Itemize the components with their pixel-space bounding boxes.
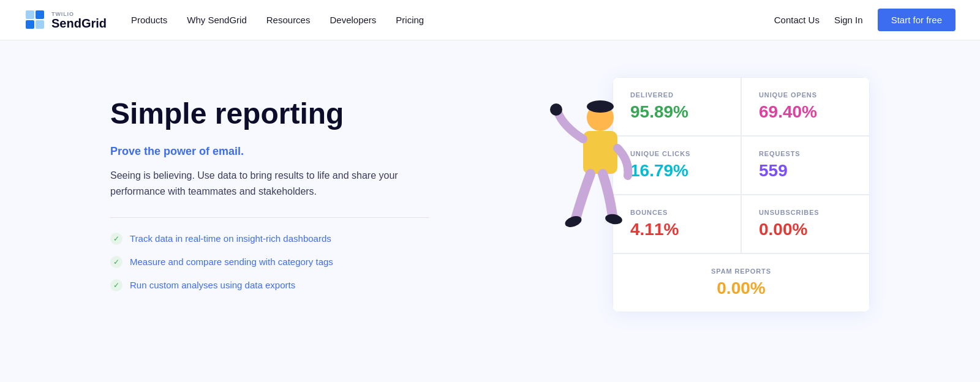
stat-delivered-value: 95.89% <box>630 102 723 122</box>
stat-unsubscribes-value: 0.00% <box>759 220 852 239</box>
nav-links: Products Why SendGrid Resources Develope… <box>131 15 774 25</box>
nav-contact-us[interactable]: Contact Us <box>774 15 820 25</box>
logo-text-block: TWILIO SendGrid <box>51 11 107 29</box>
svg-point-11 <box>550 103 562 116</box>
nav-products[interactable]: Products <box>131 15 167 25</box>
stat-delivered-label: DELIVERED <box>630 91 723 99</box>
svg-rect-3 <box>36 10 44 19</box>
logo-link[interactable]: TWILIO SendGrid <box>24 9 107 31</box>
start-for-free-button[interactable]: Start for free <box>878 9 956 31</box>
svg-rect-1 <box>26 10 34 19</box>
feature-item-1: ✓ Track data in real-time on insight-ric… <box>110 233 429 245</box>
section-divider <box>110 217 429 218</box>
character-illustration <box>539 99 637 258</box>
sendgrid-logo-icon <box>24 9 47 31</box>
feature-label-1: Track data in real-time on insight-rich … <box>130 233 331 244</box>
nav-why-sendgrid[interactable]: Why SendGrid <box>187 15 247 25</box>
check-icon-3: ✓ <box>110 279 123 291</box>
feature-item-3: ✓ Run custom analyses using data exports <box>110 279 429 291</box>
stat-unsubscribes-label: UNSUBSCRIBES <box>759 209 852 216</box>
feature-label-2: Measure and compare sending with categor… <box>130 257 333 267</box>
svg-rect-7 <box>583 131 617 174</box>
feature-list: ✓ Track data in real-time on insight-ric… <box>110 233 429 291</box>
stats-row-4: SPAM REPORTS 0.00% <box>612 253 870 312</box>
nav-pricing[interactable]: Pricing <box>396 15 424 25</box>
svg-rect-2 <box>26 20 34 29</box>
stat-spam-reports: SPAM REPORTS 0.00% <box>612 253 870 312</box>
nav-developers[interactable]: Developers <box>330 15 376 25</box>
hero-description: Seeing is believing. Use data to bring r… <box>110 168 429 200</box>
svg-point-6 <box>587 100 614 113</box>
nav-sign-in[interactable]: Sign In <box>834 15 863 25</box>
stat-requests: REQUESTS 559 <box>741 136 870 195</box>
check-icon-2: ✓ <box>110 256 123 268</box>
left-column: Simple reporting Prove the power of emai… <box>110 98 429 291</box>
feature-item-2: ✓ Measure and compare sending with categ… <box>110 256 429 268</box>
nav-resources[interactable]: Resources <box>266 15 311 25</box>
feature-label-3: Run custom analyses using data exports <box>130 280 295 290</box>
stats-row-1: DELIVERED 95.89% UNIQUE OPENS 69.40% <box>612 77 870 136</box>
stat-spam-reports-value: 0.00% <box>630 279 852 298</box>
stat-requests-label: REQUESTS <box>759 150 852 157</box>
stat-unique-opens-value: 69.40% <box>759 102 852 122</box>
navigation: TWILIO SendGrid Products Why SendGrid Re… <box>0 0 980 40</box>
stat-unique-opens-label: UNIQUE OPENS <box>759 91 852 99</box>
nav-right: Contact Us Sign In Start for free <box>774 9 956 31</box>
stat-unsubscribes: UNSUBSCRIBES 0.00% <box>741 195 870 253</box>
logo-twilio: TWILIO <box>51 11 107 17</box>
stat-unique-clicks-value: 16.79% <box>630 161 723 181</box>
right-column: DELIVERED 95.89% UNIQUE OPENS 69.40% UNI… <box>478 77 870 312</box>
stat-unique-opens: UNIQUE OPENS 69.40% <box>741 77 870 136</box>
stats-row-3: BOUNCES 4.11% UNSUBSCRIBES 0.00% <box>612 195 870 253</box>
stat-bounces-label: BOUNCES <box>630 209 723 216</box>
check-icon-1: ✓ <box>110 233 123 245</box>
svg-point-10 <box>605 213 623 226</box>
stat-unique-clicks-label: UNIQUE CLICKS <box>630 150 723 157</box>
stats-row-2: UNIQUE CLICKS 16.79% REQUESTS 559 <box>612 136 870 195</box>
stat-bounces-value: 4.11% <box>630 220 723 239</box>
stats-grid: DELIVERED 95.89% UNIQUE OPENS 69.40% UNI… <box>612 77 870 312</box>
stat-requests-value: 559 <box>759 161 852 181</box>
main-content: Simple reporting Prove the power of emai… <box>61 40 919 349</box>
hero-subtitle: Prove the power of email. <box>110 145 429 158</box>
logo-sendgrid: SendGrid <box>51 17 107 29</box>
svg-rect-4 <box>36 20 44 29</box>
hero-title: Simple reporting <box>110 98 429 130</box>
stat-spam-reports-label: SPAM REPORTS <box>630 268 852 275</box>
